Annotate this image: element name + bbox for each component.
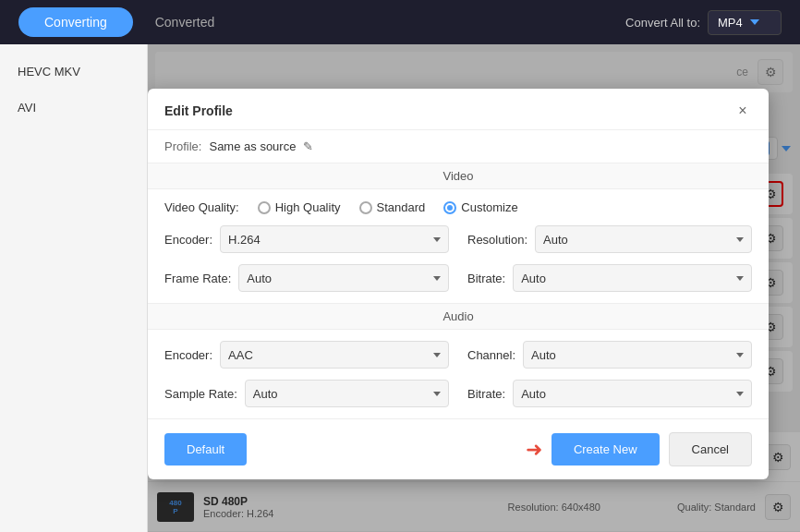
sidebar-item-hevc-mkv[interactable]: HEVC MKV bbox=[0, 54, 147, 90]
cancel-button[interactable]: Cancel bbox=[669, 432, 752, 466]
modal-header: Edit Profile × bbox=[148, 89, 769, 130]
modal-footer: Default ➜ Create New Cancel bbox=[148, 418, 769, 479]
audio-encoder-field-group: Encoder: AAC bbox=[164, 341, 449, 369]
resolution-label: Resolution: bbox=[467, 233, 527, 247]
radio-customize-circle bbox=[443, 201, 456, 214]
tab-converting[interactable]: Converting bbox=[18, 7, 133, 37]
audio-encoder-channel-row: Encoder: AAC Channel: Auto bbox=[164, 341, 752, 369]
encoder-label: Encoder: bbox=[164, 233, 212, 247]
edit-profile-icon[interactable]: ✎ bbox=[303, 139, 313, 153]
channel-field-group: Channel: Auto bbox=[467, 341, 752, 369]
radio-customize-label: Customize bbox=[461, 200, 517, 214]
audio-bitrate-select-arrow-icon bbox=[736, 392, 744, 396]
bitrate-label: Bitrate: bbox=[467, 272, 505, 285]
samplerate-value: Auto bbox=[253, 387, 278, 401]
bitrate-select[interactable]: Auto bbox=[513, 264, 752, 292]
resolution-value: Auto bbox=[543, 233, 568, 247]
framerate-value: Auto bbox=[247, 272, 272, 285]
close-button[interactable]: × bbox=[733, 102, 752, 120]
video-form-section: Video Quality: High Quality Standard bbox=[148, 189, 769, 303]
arrow-hint-icon: ➜ bbox=[526, 438, 542, 462]
audio-bitrate-select[interactable]: Auto bbox=[513, 380, 752, 407]
audio-bitrate-field-group: Bitrate: Auto bbox=[467, 380, 752, 407]
audio-encoder-value: AAC bbox=[228, 348, 253, 362]
audio-bitrate-label: Bitrate: bbox=[467, 387, 505, 401]
framerate-select[interactable]: Auto bbox=[238, 264, 449, 292]
dropdown-arrow-icon bbox=[750, 19, 759, 25]
channel-value: Auto bbox=[531, 348, 556, 362]
tab-converted[interactable]: Converted bbox=[133, 7, 237, 37]
samplerate-audio-bitrate-row: Sample Rate: Auto Bitrate: Auto bbox=[164, 380, 752, 407]
encoder-field-group: Encoder: H.264 bbox=[164, 225, 449, 253]
top-bar: Converting Converted Convert All to: MP4 bbox=[0, 0, 800, 44]
encoder-resolution-row: Encoder: H.264 Resolution: Auto bbox=[164, 225, 752, 253]
audio-section-header: Audio bbox=[148, 303, 769, 330]
convert-all-section: Convert All to: MP4 bbox=[625, 10, 782, 35]
video-section-header: Video bbox=[148, 163, 769, 189]
bitrate-value: Auto bbox=[521, 272, 546, 285]
audio-form-section: Encoder: AAC Channel: Auto bbox=[148, 330, 769, 418]
footer-right: ➜ Create New Cancel bbox=[526, 432, 752, 466]
encoder-resolution-inline: Encoder: H.264 Resolution: Auto bbox=[164, 225, 752, 253]
main-area: HEVC MKV AVI ce ⚙ ℹ :45 MP4 to bbox=[0, 44, 800, 532]
samplerate-select-arrow-icon bbox=[433, 392, 441, 396]
modal-overlay: Edit Profile × Profile: Same as source ✎… bbox=[148, 44, 800, 532]
radio-high-quality-label: High Quality bbox=[275, 200, 341, 214]
audio-bitrate-value: Auto bbox=[521, 387, 546, 401]
convert-all-format: MP4 bbox=[718, 16, 743, 30]
modal-title: Edit Profile bbox=[164, 103, 233, 118]
edit-profile-modal: Edit Profile × Profile: Same as source ✎… bbox=[148, 89, 769, 479]
radio-high-quality-circle bbox=[258, 201, 271, 214]
default-button[interactable]: Default bbox=[164, 433, 247, 466]
framerate-field-group: Frame Rate: Auto bbox=[164, 264, 449, 292]
sidebar: HEVC MKV AVI bbox=[0, 44, 148, 532]
profile-value: Same as source bbox=[209, 139, 296, 153]
right-panel: ce ⚙ ℹ :45 MP4 to ⚙ sandard ⚙ bbox=[148, 44, 800, 532]
samplerate-label: Sample Rate: bbox=[164, 387, 237, 401]
encoder-select-arrow-icon bbox=[433, 237, 441, 242]
framerate-label: Frame Rate: bbox=[164, 272, 231, 285]
radio-standard-circle bbox=[359, 201, 372, 214]
framerate-select-arrow-icon bbox=[433, 276, 441, 281]
convert-all-label: Convert All to: bbox=[625, 16, 700, 30]
channel-select-arrow-icon bbox=[736, 353, 744, 357]
sidebar-item-avi[interactable]: AVI bbox=[0, 90, 147, 126]
audio-encoder-channel-inline: Encoder: AAC Channel: Auto bbox=[164, 341, 752, 369]
samplerate-audio-bitrate-inline: Sample Rate: Auto Bitrate: Auto bbox=[164, 380, 752, 407]
encoder-select[interactable]: H.264 bbox=[220, 225, 449, 253]
encoder-value: H.264 bbox=[228, 233, 261, 247]
channel-label: Channel: bbox=[467, 348, 515, 362]
video-quality-radio-group: High Quality Standard Customize bbox=[258, 200, 518, 214]
bitrate-select-arrow-icon bbox=[736, 276, 744, 281]
radio-standard[interactable]: Standard bbox=[359, 200, 426, 214]
profile-row: Profile: Same as source ✎ bbox=[148, 130, 769, 163]
convert-all-dropdown[interactable]: MP4 bbox=[708, 10, 782, 35]
framerate-bitrate-row: Frame Rate: Auto Bitrate: Auto bbox=[164, 264, 752, 292]
profile-label: Profile: bbox=[164, 139, 201, 153]
samplerate-field-group: Sample Rate: Auto bbox=[164, 380, 449, 407]
video-quality-row: Video Quality: High Quality Standard bbox=[164, 200, 752, 214]
audio-encoder-select-arrow-icon bbox=[433, 353, 441, 357]
create-new-button[interactable]: Create New bbox=[552, 433, 660, 466]
resolution-field-group: Resolution: Auto bbox=[467, 225, 752, 253]
audio-encoder-label: Encoder: bbox=[164, 348, 212, 362]
samplerate-select[interactable]: Auto bbox=[245, 380, 449, 407]
bitrate-field-group: Bitrate: Auto bbox=[467, 264, 752, 292]
resolution-select-arrow-icon bbox=[736, 237, 744, 242]
channel-select[interactable]: Auto bbox=[523, 341, 752, 369]
resolution-select[interactable]: Auto bbox=[535, 225, 752, 253]
radio-standard-label: Standard bbox=[377, 200, 426, 214]
radio-customize[interactable]: Customize bbox=[443, 200, 517, 214]
audio-encoder-select[interactable]: AAC bbox=[220, 341, 449, 369]
video-quality-label: Video Quality: bbox=[164, 200, 239, 214]
radio-high-quality[interactable]: High Quality bbox=[258, 200, 341, 214]
framerate-bitrate-inline: Frame Rate: Auto Bitrate: Auto bbox=[164, 264, 752, 292]
